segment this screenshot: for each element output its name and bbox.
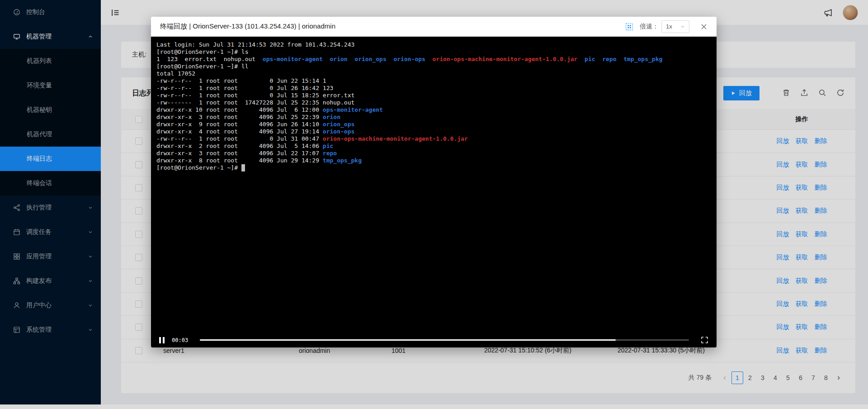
terminal-text-segment: orion_ops [354, 56, 386, 62]
terminal-replay-modal: 终端回放 | OrionServer-133 (101.43.254.243) … [151, 17, 717, 347]
speed-label: 倍速： [640, 23, 659, 31]
terminal-line: drwxr-xr-x 8 root root 4096 Jun 29 14:29… [156, 157, 711, 164]
terminal-line: total 17052 [156, 70, 711, 77]
terminal-text-segment: -rw------- 1 root root 17427228 Jul 25 2… [156, 99, 354, 106]
terminal-line: drwxr-xr-x 10 root root 4096 Jul 6 12:00… [156, 106, 711, 114]
terminal-line: -rw------- 1 root root 17427228 Jul 25 2… [156, 99, 711, 106]
terminal-line: drwxr-xr-x 9 root root 4096 Jun 26 14:10… [156, 121, 711, 128]
terminal-text-segment: ops-monitor-agent [263, 56, 323, 62]
terminal-text-segment: drwxr-xr-x 8 root root 4096 Jun 29 14:29 [156, 157, 323, 164]
terminal-text-segment: orion-ops [323, 128, 354, 135]
speed-value: 1x [666, 23, 672, 30]
terminal-text-segment: tmp_ops_pkg [323, 157, 362, 164]
terminal-text-segment: orion [323, 114, 340, 120]
terminal-text-segment: drwxr-xr-x 2 root root 4096 Jul 5 14:06 [156, 143, 323, 149]
terminal-text-segment [595, 56, 603, 62]
terminal-text-segment: ops-monitor-agent [323, 106, 383, 113]
terminal-line: [root@OrionServer-1 ~]# ls [156, 48, 711, 56]
terminal-line: drwxr-xr-x 4 root root 4096 Jul 27 19:14… [156, 128, 711, 135]
terminal-text-segment: [root@OrionServer-1 ~]# ll [156, 63, 249, 70]
fullscreen-icon[interactable] [701, 336, 708, 344]
terminal-text-segment: pic [585, 56, 595, 62]
terminal-text-segment [323, 56, 330, 62]
player-time: 00:03 [172, 337, 188, 343]
terminal-line: drwxr-xr-x 3 root root 4096 Jul 25 22:39… [156, 114, 711, 121]
terminal-text-segment [387, 56, 394, 62]
terminal-text-segment: Last login: Sun Jul 31 21:14:53 2022 fro… [156, 41, 354, 48]
terminal-text-segment: -rw-r--r-- 1 root root 0 Jun 22 15:14 1 [156, 77, 326, 84]
terminal-text-segment: orion [330, 56, 348, 62]
terminal-line: -rw-r--r-- 1 root root 0 Jun 22 15:14 1 [156, 77, 711, 85]
terminal-text-segment: repo [323, 150, 337, 157]
terminal-text-segment [577, 56, 585, 62]
terminal-text-segment: orion-ops-machine-monitor-agent-1.0.0.ja… [323, 135, 468, 142]
terminal-text-segment: drwxr-xr-x 3 root root 4096 Jul 25 22:39 [156, 114, 323, 120]
terminal-text-segment [425, 56, 433, 62]
terminal-line: -rw-r--r-- 1 root root 0 Jul 26 16:42 12… [156, 85, 711, 92]
terminal-line: 1 123 error.txt nohup.out ops-monitor-ag… [156, 56, 711, 63]
terminal-text-segment: orion_ops [323, 121, 354, 128]
terminal-text-segment: tmp_ops_pkg [623, 56, 662, 62]
terminal-line: drwxr-xr-x 2 root root 4096 Jul 5 14:06 … [156, 143, 711, 150]
terminal-player: Last login: Sun Jul 31 21:14:53 2022 fro… [151, 37, 717, 347]
terminal-text-segment: orion-ops-machine-monitor-agent-1.0.0.ja… [433, 56, 578, 62]
progress-fill [200, 339, 616, 341]
modal-tools: 倍速： 1x [625, 20, 708, 33]
terminal-line: Last login: Sun Jul 31 21:14:53 2022 fro… [156, 41, 711, 48]
terminal-line: -rw-r--r-- 1 root root 0 Jul 15 18:25 er… [156, 92, 711, 99]
progress-bar[interactable] [200, 339, 689, 341]
terminal-text-segment: pic [323, 143, 333, 149]
terminal-text-segment: drwxr-xr-x 10 root root 4096 Jul 6 12:00 [156, 106, 323, 113]
terminal-text-segment [617, 56, 624, 62]
speed-select[interactable]: 1x [661, 20, 689, 33]
terminal-text-segment: drwxr-xr-x 3 root root 4096 Jul 22 17:07 [156, 150, 323, 157]
terminal-text-segment: [root@OrionServer-1 ~]# [156, 164, 241, 171]
player-controls: 00:03 [151, 333, 717, 347]
chevron-down-icon [680, 24, 685, 29]
terminal-line: drwxr-xr-x 3 root root 4096 Jul 22 17:07… [156, 150, 711, 157]
terminal-line: [root@OrionServer-1 ~]# ll [156, 63, 711, 70]
modal-title: 终端回放 | OrionServer-133 (101.43.254.243) … [160, 22, 335, 31]
modal-header: 终端回放 | OrionServer-133 (101.43.254.243) … [151, 17, 717, 37]
terminal-text-segment: orion-ops [393, 56, 425, 62]
terminal-text-segment: -rw-r--r-- 1 root root 0 Jul 31 00:47 [156, 135, 323, 142]
terminal-line: [root@OrionServer-1 ~]# [156, 164, 711, 171]
terminal-text-segment: total 17052 [156, 70, 195, 77]
terminal-text-segment: -rw-r--r-- 1 root root 0 Jul 26 16:42 12… [156, 85, 333, 91]
display-settings-icon[interactable] [625, 23, 633, 31]
close-icon[interactable] [700, 23, 708, 30]
terminal-text-segment: drwxr-xr-x 4 root root 4096 Jul 27 19:14 [156, 128, 323, 135]
terminal-text-segment: [root@OrionServer-1 ~]# ls [156, 48, 249, 55]
terminal-text-segment: -rw-r--r-- 1 root root 0 Jul 15 18:25 er… [156, 92, 354, 99]
terminal-text-segment [348, 56, 355, 62]
terminal-output: Last login: Sun Jul 31 21:14:53 2022 fro… [156, 41, 711, 171]
terminal-line: -rw-r--r-- 1 root root 0 Jul 31 00:47 or… [156, 135, 711, 143]
terminal-text-segment [241, 164, 245, 171]
terminal-text-segment: 1 123 error.txt nohup.out [156, 56, 263, 62]
terminal-text-segment: repo [602, 56, 616, 62]
pause-button[interactable] [159, 337, 165, 343]
terminal-text-segment: drwxr-xr-x 9 root root 4096 Jun 26 14:10 [156, 121, 323, 128]
